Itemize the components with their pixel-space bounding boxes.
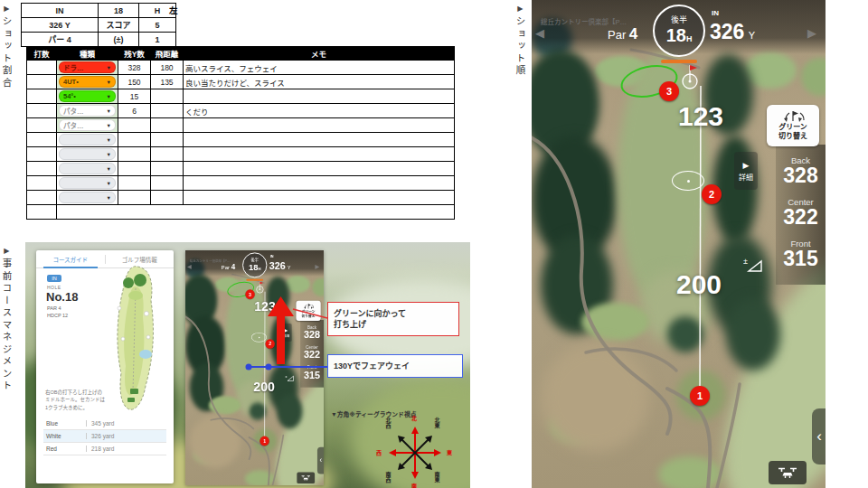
memo-cell[interactable]: 良い当たりだけど、スライス <box>184 75 455 89</box>
carry-cell[interactable] <box>151 104 184 118</box>
drone-view-button[interactable] <box>769 461 807 484</box>
carry-cell[interactable] <box>151 162 184 176</box>
compass-east-label: 東 <box>447 450 452 455</box>
distance-value: 328 <box>776 165 826 186</box>
club-select[interactable]: パタ… ▼ <box>59 119 116 131</box>
remaining-cell[interactable]: 15 <box>118 89 151 104</box>
club-select[interactable]: ▼ <box>59 148 116 160</box>
carry-cell[interactable]: 135 <box>151 75 184 89</box>
carry-cell[interactable]: 180 <box>151 61 184 75</box>
detail-tab[interactable]: ▶ 詳細 <box>280 324 291 342</box>
green-distance-sidebar: Back 328 Center 322 Front 315 <box>300 320 324 388</box>
table-row: 5 パタ… ▼ <box>27 118 455 133</box>
club-select[interactable]: ▼ <box>59 192 116 203</box>
remaining-cell[interactable]: 6 <box>118 104 151 118</box>
carry-cell[interactable] <box>151 176 184 191</box>
carry-cell[interactable] <box>151 118 184 133</box>
chevron-down-icon: ▼ <box>107 181 111 186</box>
club-select[interactable]: ▼ <box>59 163 116 174</box>
half-label: 後半 <box>655 14 703 25</box>
section-pre-course-mgmt: ▶ 事前コースマネジメント <box>2 248 12 393</box>
memo-cell[interactable] <box>184 162 455 176</box>
slope-elevation-icon[interactable]: ± <box>743 257 763 273</box>
chevron-down-icon: ▼ <box>107 80 111 85</box>
remaining-cell[interactable] <box>118 176 151 191</box>
plusminus-label-cell: (±) <box>99 33 139 47</box>
stroke-number: 5 <box>27 118 57 133</box>
memo-cell[interactable] <box>184 89 455 104</box>
shot-marker-1[interactable]: 1 <box>690 386 710 406</box>
club-select-value: ドラ… <box>63 62 84 72</box>
green-switch-button[interactable]: グリーン 切り替え <box>296 301 320 321</box>
expand-arrow-icon[interactable]: ▶ <box>4 248 9 255</box>
remaining-cell[interactable] <box>118 133 151 147</box>
club-select[interactable]: ▼ <box>59 177 116 189</box>
table-row: 2 4UT• ▼ 150 135 良い当たりだけど、スライス <box>27 75 455 89</box>
tee-row: White 326 yard <box>43 430 166 443</box>
hole-number: 18 <box>666 25 686 45</box>
tab-course-guide[interactable]: コースガイド <box>36 255 105 264</box>
table-row: 4 パタ… ▼ 6 くだり <box>27 104 455 118</box>
aim-target-marker[interactable] <box>251 333 267 343</box>
remaining-cell[interactable] <box>118 147 151 162</box>
expand-arrow-icon[interactable]: ▶ <box>517 5 523 13</box>
memo-cell[interactable] <box>184 133 455 147</box>
par-label: Par <box>222 264 231 270</box>
gps-map: 総丘カントリー倶楽部【P… ◀ ▶ Par 4 後半 18H IN 326 Y <box>185 250 324 485</box>
plusminus-value-cell[interactable]: 1 <box>139 33 176 47</box>
green-distance-front: Front 315 <box>776 239 826 269</box>
shot-marker-3[interactable]: 3 <box>245 289 254 299</box>
chevron-left-icon: ‹ <box>816 427 822 446</box>
shot-marker-2[interactable]: 2 <box>266 339 275 349</box>
carry-cell[interactable] <box>151 89 184 104</box>
memo-cell[interactable] <box>184 118 455 133</box>
green-switch-button[interactable]: グリーン 切り替え <box>767 105 819 146</box>
carry-cell[interactable] <box>151 191 184 205</box>
in-label: IN <box>270 255 274 258</box>
slope-elevation-icon[interactable]: ± <box>285 374 294 382</box>
mini-map-slot: 総丘カントリー倶楽部【P… ◀ ▶ Par 4 後半 18H IN 326 Y <box>185 250 324 485</box>
tee-yardage: 218 yard <box>86 446 114 452</box>
shot-table: 打数 種類 残Y数 飛距離 メモ 1 ドラ… ▼ 328 180 高いスライス、… <box>26 46 455 220</box>
memo-cell[interactable]: くだり <box>184 104 455 118</box>
tee-name: White <box>43 433 86 439</box>
club-select[interactable]: 4UT• ▼ <box>59 76 116 88</box>
score-value-cell[interactable]: 5 <box>139 18 176 33</box>
memo-cell[interactable] <box>184 147 455 162</box>
drone-view-button[interactable] <box>297 473 315 484</box>
shot-marker-2[interactable]: 2 <box>702 184 722 204</box>
yardage-value: 326 <box>710 20 744 43</box>
remaining-cell[interactable]: 150 <box>118 75 151 89</box>
remaining-cell[interactable] <box>118 118 151 133</box>
compass-southeast-label: 南東 <box>434 472 439 483</box>
remaining-cell[interactable]: 328 <box>118 61 151 75</box>
shot-marker-3[interactable]: 3 <box>659 81 679 101</box>
play-icon: ▶ <box>743 160 750 172</box>
collapse-panel-tab[interactable]: ‹ <box>317 447 324 474</box>
aim-target-marker[interactable] <box>672 171 704 191</box>
hole-unit: H <box>686 34 693 43</box>
club-select[interactable]: 54°• ▼ <box>59 90 116 102</box>
carry-cell[interactable] <box>151 133 184 147</box>
chevron-down-icon: ▼ <box>107 195 111 201</box>
svg-text:±: ± <box>285 374 288 379</box>
memo-row-input[interactable] <box>57 205 455 220</box>
tee-row: Red 218 yard <box>43 443 166 455</box>
club-select[interactable]: パタ… ▼ <box>59 105 116 117</box>
carry-cell[interactable] <box>151 147 184 162</box>
remaining-cell[interactable] <box>118 191 151 205</box>
shot-marker-1[interactable]: 1 <box>259 436 269 446</box>
chevron-down-icon: ▼ <box>107 94 111 99</box>
expand-arrow-icon[interactable]: ▶ <box>4 5 9 13</box>
remaining-cell[interactable] <box>118 162 151 176</box>
table-row: 3 54°• ▼ 15 <box>27 89 455 104</box>
svg-text:±: ± <box>743 257 748 266</box>
memo-cell[interactable]: 高いスライス、フェウェイ <box>184 61 455 75</box>
detail-tab[interactable]: ▶ 詳細 <box>734 152 758 190</box>
memo-cell[interactable] <box>184 176 455 191</box>
club-select[interactable]: ▼ <box>59 134 116 145</box>
collapse-panel-tab[interactable]: ‹ <box>812 408 826 465</box>
club-select[interactable]: ドラ… ▼ <box>59 61 116 73</box>
memo-cell[interactable] <box>184 191 455 205</box>
green-distance-back: Back 328 <box>776 155 826 186</box>
